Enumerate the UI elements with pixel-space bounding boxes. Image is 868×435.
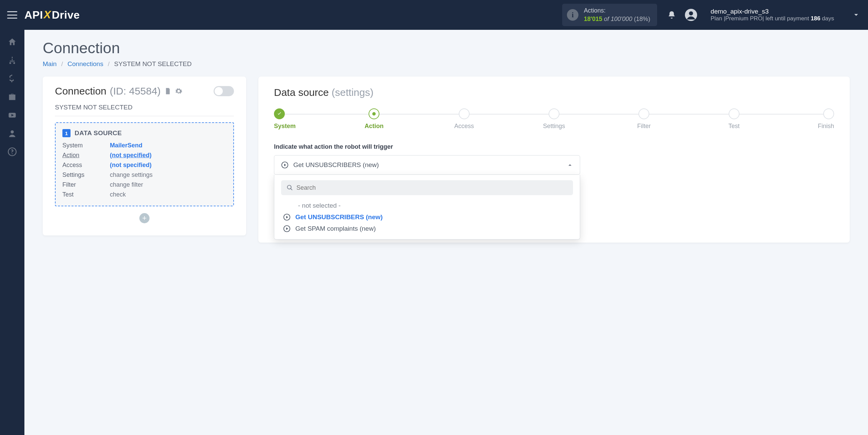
svg-point-4 (11, 130, 14, 133)
row-test-key: Test (62, 191, 110, 198)
menu-button[interactable] (0, 11, 24, 19)
nav-connections[interactable] (4, 52, 20, 68)
step-test[interactable]: Test (724, 108, 744, 130)
briefcase-icon (7, 92, 17, 102)
search-icon (287, 184, 293, 191)
row-test-value[interactable]: check (110, 191, 226, 198)
chevron-up-icon (567, 162, 573, 168)
step-filter[interactable]: Filter (634, 108, 654, 130)
connection-label: Connection (55, 85, 106, 97)
crumb-connections[interactable]: Connections (67, 60, 103, 67)
crumb-main[interactable]: Main (43, 60, 57, 67)
step-settings[interactable]: Settings (544, 108, 564, 130)
data-source-number: 1 (62, 129, 71, 137)
step-system[interactable]: System (274, 108, 294, 130)
logo[interactable]: APIXDrive (24, 9, 80, 21)
actions-value: 18'015 of 100'000 (18%) (584, 15, 650, 23)
document-icon[interactable] (164, 87, 172, 95)
nav-home[interactable] (4, 34, 20, 50)
system-not-selected-label: SYSTEM NOT SELECTED (55, 104, 234, 116)
connection-card: Connection (ID: 45584) SYSTEM NOT SELECT… (43, 77, 246, 235)
option-not-selected[interactable]: - not selected - (281, 200, 573, 211)
home-icon (7, 37, 17, 47)
data-source-box[interactable]: 1 DATA SOURCE System MailerSend Action (… (55, 122, 234, 206)
nav-video[interactable] (4, 107, 20, 123)
data-source-title: DATA SOURCE (75, 129, 122, 137)
data-source-heading: Data source (settings) (274, 87, 834, 98)
action-selected-value: Get UNSUBSCRIBERS (new) (293, 161, 379, 169)
actions-label: Actions: (584, 6, 650, 15)
svg-marker-9 (286, 216, 288, 218)
nav-briefcase[interactable] (4, 89, 20, 105)
topbar: APIXDrive i Actions: 18'015 of 100'000 (… (0, 0, 868, 30)
row-system-key: System (62, 142, 110, 149)
row-access-value[interactable]: (not specified) (110, 162, 226, 169)
search-box[interactable] (281, 180, 573, 195)
row-filter-value[interactable]: change filter (110, 181, 226, 188)
connection-id: (ID: 45584) (110, 85, 161, 97)
hamburger-icon (7, 11, 17, 19)
action-select-button[interactable]: Get UNSUBSCRIBERS (new) (274, 155, 580, 175)
main: Connection Main / Connections / SYSTEM N… (24, 30, 868, 435)
data-source-settings-card: Data source (settings) System Action Acc… (258, 77, 850, 243)
step-access[interactable]: Access (454, 108, 474, 130)
play-icon (283, 213, 291, 221)
avatar-icon (685, 9, 697, 21)
row-filter-key: Filter (62, 181, 110, 188)
row-action-value[interactable]: (not specified) (110, 152, 226, 159)
user-icon (7, 129, 17, 138)
option-spam-complaints[interactable]: Get SPAM complaints (new) (281, 223, 573, 234)
crumb-current: SYSTEM NOT SELECTED (114, 60, 192, 67)
svg-point-1 (689, 12, 693, 16)
row-system-value[interactable]: MailerSend (110, 142, 226, 149)
help-icon (7, 147, 17, 157)
play-icon (283, 225, 291, 232)
actions-box[interactable]: i Actions: 18'015 of 100'000 (18%) (562, 4, 657, 26)
search-input[interactable] (296, 184, 568, 191)
action-field-label: Indicate what action the robot will trig… (274, 143, 834, 150)
action-dropdown: - not selected - Get UNSUBSCRIBERS (new)… (274, 175, 580, 240)
play-icon (281, 161, 289, 169)
youtube-icon (7, 110, 17, 120)
svg-marker-11 (286, 227, 288, 230)
nav-help[interactable] (4, 144, 20, 160)
chevron-down-icon (852, 11, 860, 19)
row-settings-value[interactable]: change settings (110, 171, 226, 179)
step-finish[interactable]: Finish (814, 108, 834, 130)
bell-icon[interactable] (667, 11, 676, 19)
sidebar (0, 30, 24, 435)
info-icon: i (567, 9, 578, 21)
sitemap-icon (7, 56, 17, 65)
nav-account[interactable] (4, 125, 20, 142)
row-action-key: Action (62, 152, 110, 159)
row-access-key: Access (62, 162, 110, 169)
gear-icon[interactable] (175, 87, 182, 95)
username: demo_apix-drive_s3 (711, 8, 834, 15)
plan-text: Plan |Premium PRO| left until payment 18… (711, 15, 834, 22)
action-select: Get UNSUBSCRIBERS (new) - not selected -… (274, 155, 580, 175)
option-unsubscribers[interactable]: Get UNSUBSCRIBERS (new) (281, 211, 573, 223)
dollar-icon (7, 74, 17, 83)
user-menu[interactable]: demo_apix-drive_s3 Plan |Premium PRO| le… (685, 8, 860, 22)
add-button[interactable]: + (139, 213, 150, 223)
breadcrumb: Main / Connections / SYSTEM NOT SELECTED (43, 60, 850, 68)
row-settings-key: Settings (62, 171, 110, 179)
connection-toggle[interactable] (214, 86, 234, 96)
nav-billing[interactable] (4, 70, 20, 87)
svg-marker-7 (284, 164, 286, 166)
page-title: Connection (43, 39, 850, 57)
check-icon (277, 111, 282, 117)
stepper: System Action Access Settings Filter (274, 108, 834, 130)
step-action[interactable]: Action (364, 108, 384, 130)
